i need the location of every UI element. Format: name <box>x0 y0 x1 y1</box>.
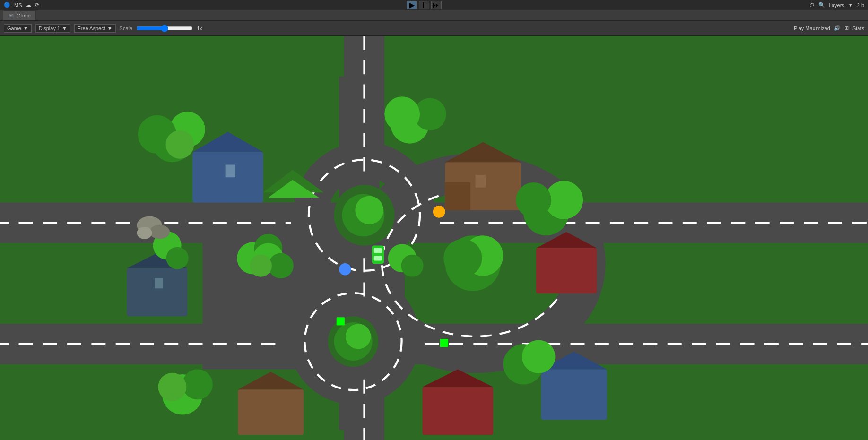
svg-point-76 <box>182 369 213 399</box>
aspect-dropdown-arrow: ▼ <box>107 26 113 31</box>
svg-rect-38 <box>536 248 597 293</box>
svg-rect-87 <box>374 256 382 261</box>
svg-point-77 <box>158 373 186 401</box>
search-icon: 🔍 <box>818 2 825 8</box>
svg-point-49 <box>516 182 551 218</box>
scale-slider[interactable] <box>136 25 193 32</box>
svg-rect-45 <box>541 369 607 420</box>
aspect-dropdown[interactable]: Free Aspect ▼ <box>74 24 116 33</box>
svg-point-64 <box>149 225 170 239</box>
user-label: MS <box>14 2 22 8</box>
layers-label: Layers <box>829 2 844 8</box>
game-tab-label: Game <box>17 13 31 18</box>
game-tab[interactable]: 🎮 Game <box>3 10 36 20</box>
game-canvas <box>0 36 868 440</box>
svg-point-72 <box>401 255 424 277</box>
svg-rect-31 <box>127 268 187 317</box>
svg-point-74 <box>522 340 556 373</box>
svg-rect-33 <box>155 278 163 288</box>
svg-point-81 <box>355 196 383 224</box>
layers-dropdown-icon[interactable]: ▼ <box>848 2 853 8</box>
history-icon: ⏱ <box>809 2 815 8</box>
svg-point-65 <box>137 227 152 239</box>
scale-label: Scale <box>120 26 133 31</box>
audio-icon: 🔊 <box>834 25 841 31</box>
display-dropdown-label: Display 1 <box>39 26 60 31</box>
play-button[interactable]: ▶ <box>407 1 417 9</box>
svg-rect-37 <box>445 182 470 210</box>
svg-rect-86 <box>374 248 382 253</box>
toolbar-right: Play Maximized 🔊 ⊞ Stats <box>794 25 864 31</box>
topbar: 🔵 MS ☁ ⟳ ▶ ⏸ ⏭ ⏱ 🔍 Layers ▼ 2 b <box>0 0 868 10</box>
svg-rect-90 <box>337 317 345 325</box>
scale-value: 1x <box>197 26 202 31</box>
svg-point-53 <box>165 130 194 159</box>
topbar-right: ⏱ 🔍 Layers ▼ 2 b <box>809 2 864 8</box>
display-dropdown-arrow: ▼ <box>62 26 67 31</box>
game-dropdown-arrow: ▼ <box>23 26 28 31</box>
game-dropdown-label: Game <box>7 26 21 31</box>
svg-rect-91 <box>440 339 448 347</box>
svg-point-89 <box>433 206 445 218</box>
playback-controls: ▶ ⏸ ⏭ <box>407 1 442 9</box>
tabbar: 🎮 Game <box>0 10 868 21</box>
svg-rect-36 <box>476 175 486 188</box>
layout-icon: ⊞ <box>844 25 849 31</box>
play-maximized-label[interactable]: Play Maximized <box>794 26 830 31</box>
pause-button[interactable]: ⏸ <box>419 1 429 9</box>
svg-rect-43 <box>422 387 493 435</box>
step-button[interactable]: ⏭ <box>431 1 442 9</box>
toolbar: Game ▼ Display 1 ▼ Free Aspect ▼ Scale 1… <box>0 21 868 36</box>
svg-point-84 <box>443 239 482 277</box>
svg-rect-41 <box>238 389 304 435</box>
svg-point-88 <box>339 263 351 276</box>
user-avatar: 🔵 <box>4 2 10 8</box>
svg-point-56 <box>384 96 420 132</box>
cloud-icon: ☁ <box>26 2 31 8</box>
aspect-dropdown-label: Free Aspect <box>78 26 105 31</box>
game-tab-icon: 🎮 <box>8 13 15 19</box>
game-viewport <box>0 36 868 440</box>
topbar-left: 🔵 MS ☁ ⟳ <box>4 2 39 8</box>
svg-point-79 <box>346 324 371 349</box>
layers-count: 2 b <box>857 2 864 8</box>
svg-point-60 <box>166 247 189 269</box>
svg-point-68 <box>250 255 272 277</box>
game-dropdown[interactable]: Game ▼ <box>4 24 32 33</box>
svg-point-67 <box>268 253 293 278</box>
svg-rect-30 <box>226 165 235 178</box>
display-dropdown[interactable]: Display 1 ▼ <box>35 24 70 33</box>
stats-label[interactable]: Stats <box>852 26 864 31</box>
settings-icon: ⟳ <box>35 2 39 8</box>
